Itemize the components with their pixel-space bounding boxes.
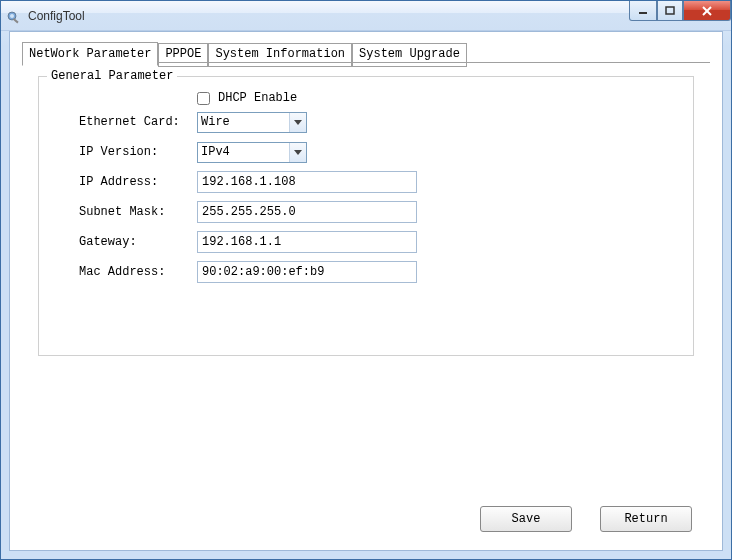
svg-marker-8 <box>294 150 302 155</box>
svg-rect-4 <box>666 7 674 14</box>
maximize-button[interactable] <box>657 1 683 21</box>
ethernet-card-label: Ethernet Card: <box>79 115 197 129</box>
minimize-button[interactable] <box>629 1 657 21</box>
svg-marker-7 <box>294 120 302 125</box>
tab-network-parameter[interactable]: NetWork Parameter <box>22 42 158 66</box>
subnet-mask-label: Subnet Mask: <box>79 205 197 219</box>
window-title: ConfigTool <box>28 9 85 23</box>
gateway-label: Gateway: <box>79 235 197 249</box>
mac-address-field[interactable] <box>197 261 417 283</box>
tab-pppoe[interactable]: PPPOE <box>158 43 208 67</box>
general-parameter-fieldset: General Parameter DHCP Enable Ethernet C… <box>38 76 694 356</box>
titlebar: ConfigTool <box>1 1 731 31</box>
mac-address-label: Mac Address: <box>79 265 197 279</box>
svg-rect-1 <box>13 18 19 23</box>
ip-version-select[interactable]: IPv4 <box>197 142 307 163</box>
dhcp-enable-label: DHCP Enable <box>218 91 297 105</box>
svg-point-2 <box>10 14 14 18</box>
ip-address-label: IP Address: <box>79 175 197 189</box>
close-button[interactable] <box>683 1 731 21</box>
tab-system-information[interactable]: System Information <box>208 43 352 67</box>
ip-version-label: IP Version: <box>79 145 197 159</box>
save-button[interactable]: Save <box>480 506 572 532</box>
tab-system-upgrade[interactable]: System Upgrade <box>352 43 467 67</box>
app-icon <box>7 8 23 24</box>
subnet-mask-field[interactable] <box>197 201 417 223</box>
chevron-down-icon <box>289 113 306 132</box>
fieldset-legend: General Parameter <box>47 69 177 83</box>
client-area: NetWork Parameter PPPOE System Informati… <box>9 31 723 551</box>
bottom-buttons: Save Return <box>480 506 692 532</box>
app-window: ConfigTool NetWork Parameter PPPOE Syste… <box>0 0 732 560</box>
window-controls <box>629 1 731 21</box>
ethernet-card-select[interactable]: Wire <box>197 112 307 133</box>
dhcp-enable-checkbox[interactable] <box>197 92 210 105</box>
chevron-down-icon <box>289 143 306 162</box>
return-button[interactable]: Return <box>600 506 692 532</box>
gateway-field[interactable] <box>197 231 417 253</box>
ip-address-field[interactable] <box>197 171 417 193</box>
